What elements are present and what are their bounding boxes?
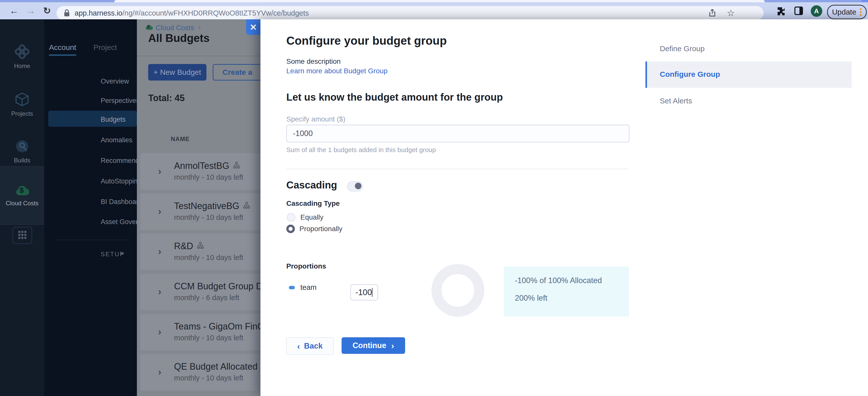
proportions-label: Proportions [286,262,326,270]
builds-icon [15,148,29,155]
nav-item-budgets[interactable]: Budgets [101,116,126,124]
radio-proportionally[interactable]: Proportionally [286,225,342,233]
chevron-right-icon[interactable]: › [158,246,161,257]
continue-button[interactable]: Continue › [342,337,405,354]
budget-row[interactable]: › R&D monthly - 10 days left [140,233,260,270]
sidebar-item-home[interactable]: Home [0,44,44,69]
projects-cube-icon [15,101,29,108]
nav-item-autostopping-rules[interactable]: AutoStopping Rules [101,177,137,185]
browser-menu-icon[interactable] [860,7,862,17]
budget-row[interactable]: › Teams - GigaOm FinOps De monthly - 10 … [140,314,260,351]
proportion-row: team [289,283,316,292]
budget-row[interactable]: › CCM Budget Group Demo monthly - 6 days… [140,273,260,310]
radio-equally[interactable]: Equally [287,213,323,222]
url-text: app.harness.io/ng/#/account/wFHXHD0RRQWo… [74,9,309,17]
avatar[interactable]: A [811,5,822,17]
reload-button[interactable]: ↻ [43,2,51,19]
all-budgets-page: $ Cloud Costs › All Budgets + New Budget… [137,19,260,396]
nav-item-anomalies[interactable]: Anomalies [101,136,132,144]
configure-budget-group-modal: Configure your budget group Some descrip… [260,19,868,396]
amount-label: Specify amount ($) [286,115,345,123]
share-icon[interactable] [707,8,717,18]
chevron-down-icon: › [119,252,127,255]
step-configure-group[interactable]: Configure Group [646,62,852,88]
budget-group-icon [243,201,250,211]
module-picker-button[interactable] [12,227,32,244]
svg-text:$: $ [148,25,150,29]
forward-button[interactable]: → [26,2,35,19]
modal-title: Configure your budget group [286,34,447,47]
cloud-costs-icon: $ [14,191,30,198]
bookmark-star-icon[interactable]: ☆ [726,8,736,18]
modal-description: Some description [286,58,341,66]
tabstrip-corner [862,0,868,2]
back-button-modal[interactable]: ‹ Back [286,337,334,355]
left-text: 200% left [515,294,547,303]
lock-icon [64,9,70,17]
grid-icon [18,230,27,240]
name-column-header: NAME [171,135,190,142]
cascading-heading: Cascading [286,179,337,191]
budget-group-icon [197,241,204,252]
step-set-alerts[interactable]: Set Alerts [660,97,692,105]
total-count: Total: 45 [148,93,185,103]
text-caret [372,288,372,297]
nav-item-overview[interactable]: Overview [101,77,129,85]
cloud-costs-nav: Account Project Overview Perspectives Bu… [44,19,137,396]
tab-project[interactable]: Project [93,43,117,52]
home-icon [15,54,29,60]
chevron-right-icon[interactable]: › [158,287,161,297]
section-divider [286,169,628,169]
breadcrumb-chevron-icon: › [198,23,201,31]
active-step-bar [646,62,647,88]
chevron-right-icon[interactable]: › [158,327,161,337]
nav-item-asset-governance[interactable]: Asset Governance [101,218,137,226]
budget-row[interactable]: › TestNegativeBG monthly - 10 days left [140,193,260,230]
tab-account-underline [49,55,76,56]
browser-tab-strip [0,0,868,2]
chevron-right-icon[interactable]: › [158,166,161,177]
cascading-type-label: Cascading Type [286,199,340,207]
tab-account[interactable]: Account [49,43,76,52]
chevron-left-icon: ‹ [297,342,300,350]
back-button[interactable]: ← [9,2,19,19]
chevron-right-icon[interactable]: › [158,367,161,377]
amount-heading: Let us know the budget amount for the gr… [286,92,503,103]
create-budget-group-button[interactable]: Create a [213,64,260,80]
rail-separator [0,224,44,225]
team-proportion-input[interactable]: -100 [350,284,378,300]
screen: ← → ↻ app.harness.io/ng/#/account/wFHXHD… [0,0,868,396]
nav-item-bi-dashboards[interactable]: BI Dashboards [101,198,137,206]
allocation-donut-chart [432,264,484,317]
extensions-puzzle-icon[interactable] [776,6,786,16]
svg-text:$: $ [20,186,24,194]
address-bar[interactable]: app.harness.io/ng/#/account/wFHXHD0RRQWo… [57,6,764,20]
sidebar-item-builds[interactable]: Builds [0,139,44,164]
sidebar-item-cloud-costs[interactable]: $ Cloud Costs [0,184,44,207]
close-modal-button[interactable]: × [246,19,260,35]
allocation-summary-box: -100% of 100% Allocated 200% left [504,266,629,317]
budget-row[interactable]: › AnmolTestBG monthly - 10 days left [140,153,260,190]
sidebar-item-projects[interactable]: Projects [0,92,44,117]
step-define-group[interactable]: Define Group [660,44,705,53]
breadcrumb-cloud-icon: $ [145,24,153,31]
learn-more-link[interactable]: Learn more about Budget Group [286,67,388,75]
cascading-toggle[interactable] [347,182,363,192]
nav-item-perspectives[interactable]: Perspectives [101,97,137,105]
nav-item-recommendations[interactable]: Recommendations [101,157,137,165]
breadcrumb[interactable]: Cloud Costs [156,24,194,32]
new-budget-button[interactable]: + New Budget [148,64,207,80]
side-panel-icon[interactable] [794,6,804,16]
page-title: All Budgets [148,32,210,44]
amount-input[interactable]: -1000 [286,125,629,142]
update-button[interactable]: Update [827,5,867,19]
module-rail: Home Projects Builds $ Cloud Costs [0,19,44,396]
chevron-right-icon[interactable]: › [158,206,161,217]
amount-helper-text: Sum of all the 1 budgets added in this b… [286,146,436,154]
close-icon: × [250,21,257,33]
rail-separator [0,166,44,167]
radio-circle-selected-icon[interactable] [286,225,295,233]
radio-circle-icon[interactable] [287,213,296,222]
budget-group-icon [233,161,240,171]
budget-row[interactable]: › QE Budget Allocated monthly - 10 days … [140,354,260,391]
